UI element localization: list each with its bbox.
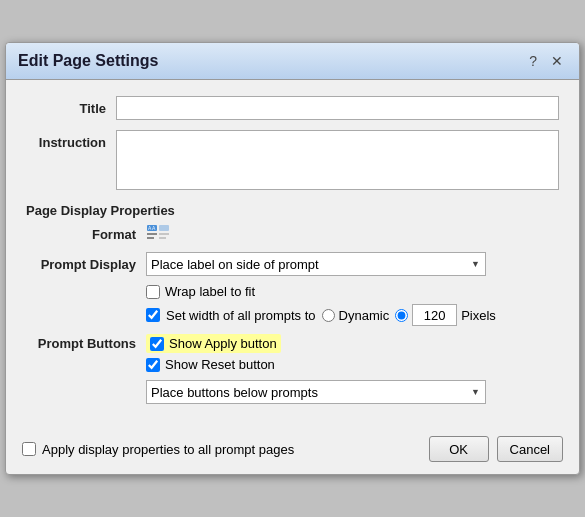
svg-rect-1 — [159, 225, 169, 231]
show-apply-checkbox[interactable] — [150, 337, 164, 351]
title-control — [116, 96, 559, 120]
title-label: Title — [26, 96, 116, 116]
header-icons: ? ✕ — [525, 51, 567, 71]
format-icon: A A — [146, 224, 170, 244]
format-label: Format — [26, 227, 146, 242]
close-button[interactable]: ✕ — [547, 51, 567, 71]
show-reset-row: Show Reset button — [146, 357, 486, 372]
pixels-radio-group: Pixels — [395, 304, 496, 326]
prompt-buttons-row: Prompt Buttons Show Apply button Show Re… — [26, 334, 559, 404]
wrap-label-row: Wrap label to fit — [146, 284, 559, 299]
show-apply-text[interactable]: Show Apply button — [169, 336, 277, 351]
pixels-label: Pixels — [461, 308, 496, 323]
prompt-buttons-label: Prompt Buttons — [26, 334, 146, 351]
dialog-body: Title Instruction Page Display Propertie… — [6, 80, 579, 428]
set-width-text[interactable]: Set width of all prompts to — [166, 308, 316, 323]
dialog-header: Edit Page Settings ? ✕ — [6, 43, 579, 80]
svg-rect-5 — [159, 237, 166, 239]
apply-all-text[interactable]: Apply display properties to all prompt p… — [42, 442, 294, 457]
prompt-buttons-control: Show Apply button Show Reset button Plac… — [146, 334, 486, 404]
svg-rect-3 — [147, 237, 154, 239]
prompt-display-select-wrapper: Place label on side of prompt Place labe… — [146, 252, 486, 276]
title-row: Title — [26, 96, 559, 120]
show-apply-highlighted: Show Apply button — [146, 334, 281, 353]
ok-button[interactable]: OK — [429, 436, 489, 462]
dialog-footer: Apply display properties to all prompt p… — [6, 428, 579, 474]
format-row: Format A A — [26, 224, 559, 244]
svg-rect-4 — [159, 233, 169, 235]
placement-select-wrapper: Place buttons below prompts Place button… — [146, 380, 486, 404]
placement-select[interactable]: Place buttons below prompts Place button… — [146, 380, 486, 404]
instruction-textarea[interactable] — [116, 130, 559, 190]
prompt-display-select[interactable]: Place label on side of prompt Place labe… — [146, 252, 486, 276]
pixels-radio[interactable] — [395, 309, 408, 322]
cancel-button[interactable]: Cancel — [497, 436, 563, 462]
prompt-display-row: Prompt Display Place label on side of pr… — [26, 252, 559, 276]
dynamic-label[interactable]: Dynamic — [339, 308, 390, 323]
title-input[interactable] — [116, 96, 559, 120]
prompt-display-control: Place label on side of prompt Place labe… — [146, 252, 559, 276]
page-display-section-header: Page Display Properties — [26, 203, 559, 218]
footer-left: Apply display properties to all prompt p… — [22, 442, 294, 457]
show-apply-row: Show Apply button — [146, 334, 486, 353]
wrap-label-text[interactable]: Wrap label to fit — [165, 284, 255, 299]
svg-rect-2 — [147, 233, 157, 235]
dynamic-radio-group: Dynamic — [322, 308, 390, 323]
apply-all-checkbox[interactable] — [22, 442, 36, 456]
show-reset-text[interactable]: Show Reset button — [165, 357, 275, 372]
set-width-checkbox[interactable] — [146, 308, 160, 322]
instruction-control — [116, 130, 559, 193]
show-reset-checkbox[interactable] — [146, 358, 160, 372]
help-button[interactable]: ? — [525, 51, 541, 71]
instruction-row: Instruction — [26, 130, 559, 193]
prompt-display-label: Prompt Display — [26, 257, 146, 272]
instruction-label: Instruction — [26, 130, 116, 150]
format-control: A A — [146, 224, 559, 244]
dynamic-radio[interactable] — [322, 309, 335, 322]
width-value-input[interactable] — [412, 304, 457, 326]
wrap-label-checkbox[interactable] — [146, 285, 160, 299]
set-width-row: Set width of all prompts to Dynamic Pixe… — [146, 304, 559, 326]
dialog-title: Edit Page Settings — [18, 52, 158, 70]
footer-buttons: OK Cancel — [429, 436, 563, 462]
edit-page-settings-dialog: Edit Page Settings ? ✕ Title Instruction… — [5, 42, 580, 475]
